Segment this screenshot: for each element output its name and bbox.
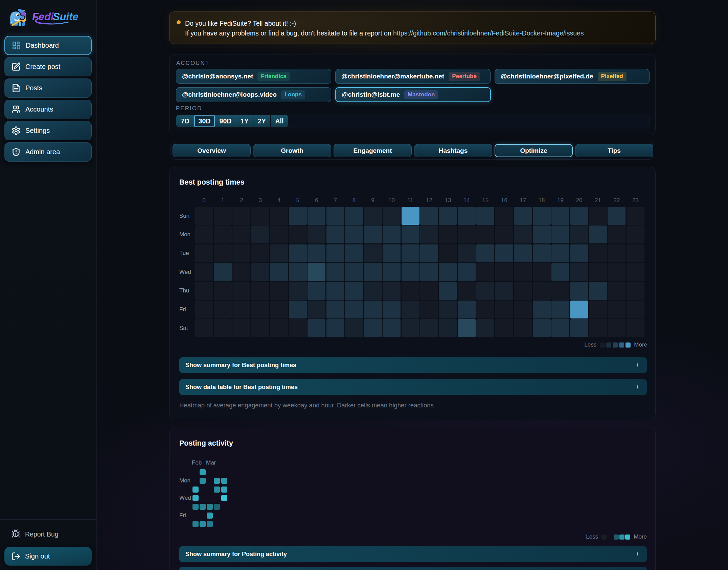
svg-text:Suite: Suite bbox=[53, 11, 78, 23]
svg-text:Fedi: Fedi bbox=[32, 11, 54, 23]
